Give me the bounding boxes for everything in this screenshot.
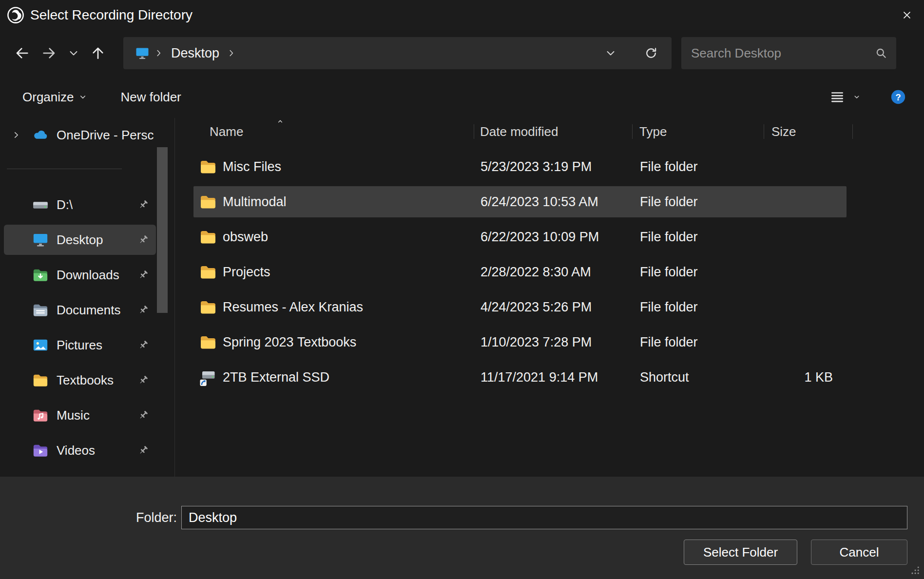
new-folder-button[interactable]: New folder: [119, 85, 183, 110]
close-icon: [901, 9, 913, 21]
file-row-misc-files[interactable]: Misc Files5/23/2023 3:19 PMFile folder: [193, 151, 847, 182]
back-button[interactable]: [8, 39, 36, 67]
chevron-down-icon: [605, 47, 616, 59]
help-button[interactable]: ?: [890, 89, 906, 105]
music-icon: [32, 407, 49, 424]
expand-chevron-slot[interactable]: [11, 130, 27, 140]
forward-icon: [41, 45, 57, 61]
resize-grip[interactable]: [909, 564, 920, 575]
file-row-projects[interactable]: Projects2/28/2022 8:30 AMFile folder: [193, 256, 847, 288]
sidebar-divider: [7, 169, 122, 169]
column-label: Name: [210, 124, 243, 139]
cancel-button[interactable]: Cancel: [811, 540, 907, 565]
organize-label: Organize: [22, 90, 74, 105]
address-dropdown-button[interactable]: [597, 39, 624, 67]
pin-icon: [137, 374, 149, 386]
sidebar-item-pictures[interactable]: Pictures: [4, 330, 156, 360]
refresh-button[interactable]: [637, 39, 665, 67]
new-folder-label: New folder: [121, 90, 181, 105]
file-type: File folder: [634, 194, 766, 210]
file-name-cell: Multimodal: [193, 193, 481, 211]
folder-icon: [32, 372, 50, 388]
close-button[interactable]: [890, 0, 924, 30]
sidebar-scrollbar[interactable]: [157, 118, 174, 477]
column-label: Date modified: [480, 124, 558, 139]
column-header-type[interactable]: Type: [633, 118, 764, 145]
search-box: [681, 37, 896, 69]
file-row-spring-2023-textbooks[interactable]: Spring 2023 Textbooks1/10/2023 7:28 PMFi…: [193, 327, 847, 358]
sidebar-item-desktop[interactable]: Desktop: [4, 225, 156, 255]
sort-ascending-icon[interactable]: [275, 116, 285, 126]
organize-button[interactable]: Organize: [20, 85, 89, 110]
pin-icon: [137, 269, 149, 281]
address-bar-controls: [597, 39, 672, 67]
file-date-modified: 6/22/2023 10:09 PM: [481, 230, 634, 245]
obs-logo-icon: [7, 6, 24, 24]
file-name-cell: obsweb: [193, 228, 481, 246]
file-type: File folder: [634, 159, 766, 174]
videos-icon: [32, 442, 50, 459]
chevron-right-icon: [11, 130, 21, 140]
file-row-2tb-external-ssd[interactable]: 2TB External SSD11/17/2021 9:14 PMShortc…: [193, 362, 847, 393]
downloads-icon: [32, 267, 49, 283]
file-row-resumes-alex-kranias[interactable]: Resumes - Alex Kranias4/24/2023 5:26 PMF…: [193, 291, 847, 323]
folder-icon: [199, 333, 217, 351]
desktop-icon: [32, 232, 49, 248]
file-name: Misc Files: [223, 159, 281, 174]
search-input[interactable]: [691, 46, 875, 61]
sidebar-item-music[interactable]: Music: [4, 400, 156, 430]
recent-locations-button[interactable]: [63, 39, 84, 67]
sidebar-item-d[interactable]: D:\: [4, 190, 156, 220]
sidebar-item-label: Videos: [57, 443, 95, 458]
chevron-down-icon: [79, 93, 87, 101]
forward-button[interactable]: [36, 39, 63, 67]
onedrive-icon: [32, 127, 49, 143]
column-header-size[interactable]: Size: [764, 118, 853, 145]
address-bar[interactable]: Desktop: [123, 37, 672, 69]
dialog-title: Select Recording Directory: [30, 7, 192, 23]
select-folder-button[interactable]: Select Folder: [684, 540, 797, 565]
documents-icon: [32, 302, 49, 318]
chevron-down-icon: [853, 94, 860, 100]
file-row-multimodal[interactable]: Multimodal6/24/2023 10:53 AMFile folder: [193, 186, 847, 217]
scrollbar-thumb[interactable]: [157, 147, 168, 313]
pin-icon: [137, 339, 149, 351]
refresh-icon: [644, 46, 658, 60]
sidebar-item-videos[interactable]: Videos: [4, 435, 156, 465]
change-view-button[interactable]: [827, 86, 848, 108]
location-desktop-icon: [135, 46, 150, 60]
sidebar-item-label: Pictures: [57, 338, 102, 353]
breadcrumb-chevron-icon[interactable]: [226, 48, 237, 58]
shortcut-drive-icon: [199, 368, 217, 386]
column-label: Type: [639, 124, 667, 139]
column-header-date-modified[interactable]: Date modified: [474, 118, 633, 145]
column-label: Size: [771, 124, 796, 139]
file-type: Shortcut: [634, 370, 766, 385]
pin-icon: [137, 199, 149, 211]
pictures-icon: [32, 337, 49, 353]
up-button[interactable]: [84, 39, 112, 67]
view-options-dropdown[interactable]: [851, 86, 863, 108]
file-list-pane: Name Date modified Type Size Misc Files5…: [174, 118, 924, 477]
sidebar-item-documents[interactable]: Documents: [4, 295, 156, 325]
breadcrumb-chevron-icon[interactable]: [154, 48, 164, 58]
pin-icon: [137, 304, 149, 316]
videos-icon: [32, 442, 49, 459]
documents-icon: [32, 302, 50, 318]
pin-icon: [137, 444, 149, 456]
sidebar-item-textbooks[interactable]: Textbooks: [4, 365, 156, 395]
file-name: Spring 2023 Textbooks: [223, 335, 356, 350]
file-row-obsweb[interactable]: obsweb6/22/2023 10:09 PMFile folder: [193, 221, 847, 252]
column-header-name[interactable]: Name: [175, 118, 474, 145]
breadcrumb-desktop[interactable]: Desktop: [168, 44, 222, 63]
sidebar-item-downloads[interactable]: Downloads: [4, 260, 156, 290]
desktop-icon: [32, 232, 50, 248]
pin-icon: [137, 409, 149, 421]
sidebar-item-onedrive-persc[interactable]: OneDrive - Persc: [4, 120, 156, 150]
file-name-cell: Resumes - Alex Kranias: [193, 298, 481, 316]
folder-name-input[interactable]: [181, 506, 907, 529]
file-date-modified: 4/24/2023 5:26 PM: [481, 300, 634, 315]
search-icon: [875, 47, 887, 59]
file-name: Multimodal: [223, 194, 287, 210]
footer-panel: Folder: Select Folder Cancel: [0, 477, 924, 579]
